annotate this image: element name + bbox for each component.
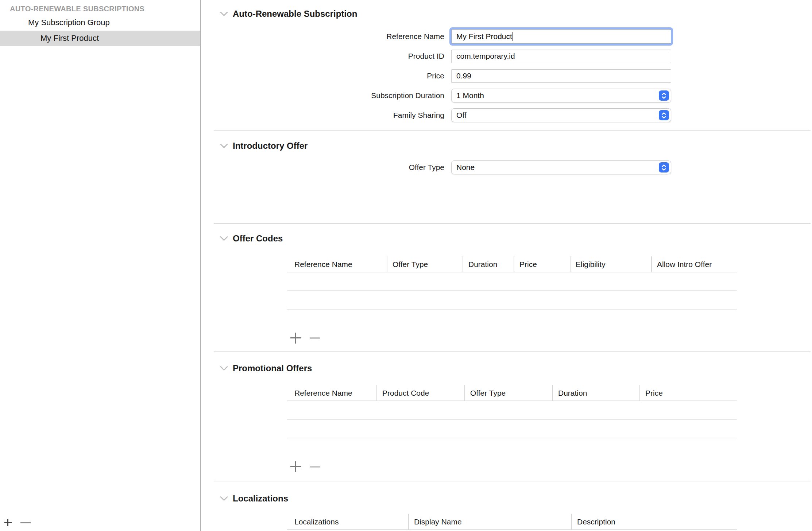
plus-icon [290, 333, 301, 344]
section-header-localizations: Localizations [220, 493, 288, 504]
plus-icon [290, 461, 301, 472]
section-divider [214, 130, 811, 131]
product-id-value: com.temporary.id [456, 52, 515, 61]
section-divider [214, 351, 811, 352]
plus-icon [4, 519, 12, 526]
offer-codes-table: Reference Name Offer Type Duration Price… [287, 256, 737, 344]
reference-name-value: My First Product [456, 32, 512, 41]
section-header-offer-codes: Offer Codes [220, 233, 283, 244]
section-title: Offer Codes [233, 233, 283, 244]
table-header-row: Reference Name Product Code Offer Type D… [287, 385, 737, 401]
column-header-display-name[interactable]: Display Name [408, 514, 571, 530]
promotional-offers-footer [290, 461, 737, 472]
subscription-form: Reference Name My First Product Product … [201, 27, 812, 125]
sidebar: AUTO-RENEWABLE SUBSCRIPTIONS My Subscrip… [0, 0, 201, 531]
minus-icon [20, 522, 31, 523]
up-down-chevrons-icon [659, 90, 669, 101]
section-divider [214, 223, 811, 224]
offer-type-select[interactable]: None [451, 160, 671, 174]
subscription-duration-label: Subscription Duration [201, 91, 444, 100]
remove-promotional-offer-button[interactable] [309, 461, 320, 472]
table-header-row: Reference Name Offer Type Duration Price… [287, 256, 737, 272]
section-header-introductory-offer: Introductory Offer [220, 140, 308, 152]
chevron-down-icon[interactable] [220, 366, 228, 371]
section-title: Auto-Renewable Subscription [233, 9, 357, 19]
column-header-allow-intro-offer[interactable]: Allow Intro Offer [651, 256, 737, 272]
section-header-subscription: Auto-Renewable Subscription [220, 8, 357, 20]
family-sharing-label: Family Sharing [201, 111, 444, 120]
table-row [287, 272, 737, 291]
column-header-product-code[interactable]: Product Code [376, 385, 464, 401]
column-header-duration[interactable]: Duration [552, 385, 639, 401]
offer-type-label: Offer Type [201, 163, 444, 172]
subscription-duration-select[interactable]: 1 Month [451, 89, 671, 102]
product-id-input[interactable]: com.temporary.id [451, 50, 671, 63]
minus-icon [310, 337, 320, 339]
editor-content: Auto-Renewable Subscription Reference Na… [201, 0, 812, 531]
section-divider [214, 481, 811, 481]
table-header-row: Localizations Display Name Description [287, 514, 737, 530]
section-title: Promotional Offers [233, 363, 312, 373]
sidebar-group-header: AUTO-RENEWABLE SUBSCRIPTIONS [10, 5, 144, 13]
text-caret [513, 32, 513, 41]
chevron-down-icon[interactable] [220, 236, 228, 241]
offer-codes-footer [290, 333, 737, 344]
price-input[interactable]: 0.99 [451, 69, 671, 83]
form-row: Product ID com.temporary.id [201, 46, 812, 66]
form-row: Reference Name My First Product [201, 27, 812, 46]
section-title: Localizations [233, 493, 288, 504]
column-header-reference-name[interactable]: Reference Name [287, 256, 387, 272]
price-label: Price [201, 71, 444, 80]
table-row [287, 401, 737, 420]
family-sharing-value: Off [456, 111, 467, 120]
column-header-offer-type[interactable]: Offer Type [464, 385, 552, 401]
offer-type-value: None [456, 163, 475, 172]
reference-name-input[interactable]: My First Product [451, 29, 671, 44]
remove-offer-code-button[interactable] [309, 333, 320, 344]
sidebar-item-first-product[interactable]: My First Product [0, 31, 200, 46]
sidebar-footer [0, 514, 200, 531]
sidebar-add-button[interactable] [4, 517, 12, 528]
section-header-promotional-offers: Promotional Offers [220, 363, 312, 374]
sidebar-remove-button[interactable] [20, 517, 31, 528]
column-header-price[interactable]: Price [639, 385, 737, 401]
section-title: Introductory Offer [233, 141, 308, 151]
introductory-offer-form: Offer Type None [201, 158, 812, 177]
chevron-down-icon[interactable] [220, 11, 228, 16]
form-row: Subscription Duration 1 Month [201, 86, 812, 105]
subscription-duration-value: 1 Month [456, 91, 484, 100]
column-header-reference-name[interactable]: Reference Name [287, 385, 376, 401]
promotional-offers-table: Reference Name Product Code Offer Type D… [287, 385, 737, 472]
form-row: Offer Type None [201, 158, 812, 177]
column-header-localizations[interactable]: Localizations [287, 514, 408, 530]
column-header-duration[interactable]: Duration [463, 256, 514, 272]
family-sharing-select[interactable]: Off [451, 108, 671, 122]
add-offer-code-button[interactable] [290, 333, 301, 344]
chevron-down-icon[interactable] [220, 143, 228, 148]
localizations-table: Localizations Display Name Description [287, 514, 737, 530]
up-down-chevrons-icon [659, 162, 669, 173]
sidebar-item-subscription-group[interactable]: My Subscription Group [0, 15, 200, 30]
form-row: Price 0.99 [201, 66, 812, 86]
up-down-chevrons-icon [659, 110, 669, 120]
product-id-label: Product ID [201, 52, 444, 61]
column-header-eligibility[interactable]: Eligibility [570, 256, 651, 272]
table-row [287, 420, 737, 438]
price-value: 0.99 [456, 71, 471, 80]
reference-name-label: Reference Name [201, 32, 444, 41]
table-row [287, 291, 737, 310]
column-header-offer-type[interactable]: Offer Type [387, 256, 463, 272]
chevron-down-icon[interactable] [220, 496, 228, 501]
column-header-price[interactable]: Price [514, 256, 570, 272]
form-row: Family Sharing Off [201, 105, 812, 125]
storekit-config-window: AUTO-RENEWABLE SUBSCRIPTIONS My Subscrip… [0, 0, 812, 531]
add-promotional-offer-button[interactable] [290, 461, 301, 472]
column-header-description[interactable]: Description [571, 514, 737, 530]
minus-icon [310, 466, 320, 468]
